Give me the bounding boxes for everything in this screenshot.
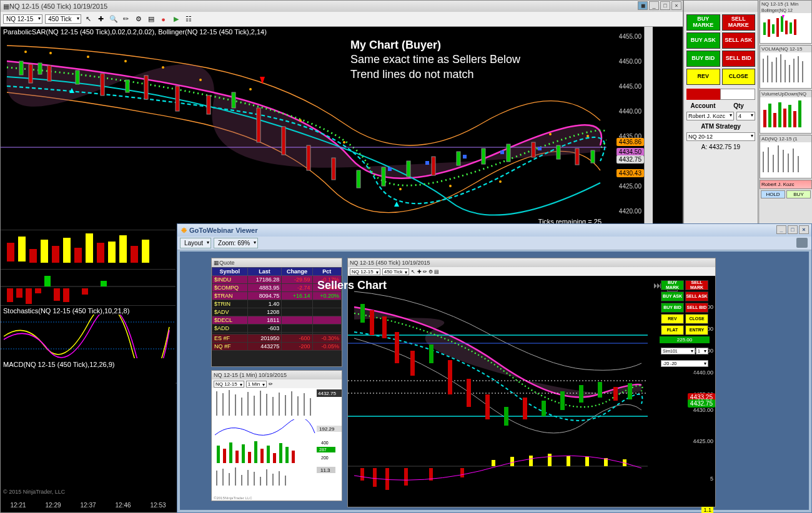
min1-instr[interactable]: NQ 12-15 xyxy=(214,381,244,388)
svg-rect-21 xyxy=(482,149,485,164)
maximize-button[interactable]: □ xyxy=(660,1,670,10)
seller-flat-button[interactable]: FLAT xyxy=(661,325,684,335)
svg-rect-88 xyxy=(781,16,783,32)
gtw-minimize-button[interactable]: _ xyxy=(776,225,786,234)
buy-button[interactable]: BUY xyxy=(786,190,811,198)
svg-rect-45 xyxy=(538,147,542,150)
seller-buy-mark-button[interactable]: BUY MARK xyxy=(661,280,684,290)
one-min-chart[interactable]: NQ 12-15 (1 Min) 10/19/2015 NQ 12-15 1 M… xyxy=(211,370,342,501)
layout-button[interactable]: Layout xyxy=(180,238,211,248)
quote-cell: 1.40 xyxy=(247,300,282,308)
minimize-button[interactable]: _ xyxy=(649,1,659,10)
seller-rev-button[interactable]: REV xyxy=(661,314,684,324)
link-color-button[interactable]: ◼ xyxy=(638,1,648,10)
min1-period[interactable]: 1 Min xyxy=(246,381,267,388)
buy-ask-button[interactable]: BUY ASK xyxy=(686,32,720,49)
seller-qty-input[interactable]: 1 xyxy=(696,348,708,354)
seller-instr[interactable]: NQ 12-15 xyxy=(350,268,380,275)
svg-rect-3 xyxy=(38,63,42,74)
seller-tool-icons[interactable]: ↖ ✚ ✏ ⚙ ▤ xyxy=(411,269,439,275)
svg-rect-185 xyxy=(628,383,632,399)
seller-period[interactable]: 450 Tick xyxy=(382,268,410,275)
period-combo[interactable]: 450 Tick xyxy=(45,14,81,24)
svg-rect-179 xyxy=(523,398,527,419)
annotation-line2: Same exact time as Sellers Below xyxy=(350,52,520,67)
account-combo[interactable]: Robert J. Kozc xyxy=(686,112,734,120)
hold-button[interactable]: HOLD xyxy=(761,190,785,198)
table-row[interactable]: $ADV1208 xyxy=(212,308,342,316)
cursor-icon[interactable]: ↖ xyxy=(84,14,94,24)
seller-buy-bid-button[interactable]: BUY BID xyxy=(661,303,684,313)
seller-close-button[interactable]: CLOSE xyxy=(685,314,708,324)
svg-rect-49 xyxy=(7,243,14,261)
seller-sell-mark-button[interactable]: SELL MARK xyxy=(685,280,708,290)
table-row[interactable]: NQ #F443275-200-0.05% xyxy=(212,343,342,351)
properties-icon[interactable]: ☷ xyxy=(184,14,194,24)
sell-bid-button[interactable]: SELL BID xyxy=(722,51,756,67)
table-row[interactable]: ES #F201950-600-0.30% xyxy=(212,335,342,343)
min1-tag4: 11.3 xyxy=(320,467,330,473)
table-row[interactable]: $TRAN8094.75+16.14+0.20% xyxy=(212,292,342,300)
volume-pane[interactable] xyxy=(1,230,176,267)
price-pane[interactable]: ParabolicSAR(NQ 12-15 (450 Tick),0.02,0.… xyxy=(1,27,644,227)
mini-chart-4[interactable]: AD(NQ 12-15 (1 xyxy=(760,135,812,178)
sell-marke-button[interactable]: SELL MARKE xyxy=(722,14,756,31)
svg-rect-8 xyxy=(144,76,148,99)
quote-header: Last xyxy=(247,268,282,276)
table-row[interactable]: $TRIN1.40 xyxy=(212,300,342,308)
ask-line: A: 4432.75 19 xyxy=(684,142,758,152)
quote-window[interactable]: ▦ Quote SymbolLastChangePct $INDU17186.2… xyxy=(211,258,342,367)
mini1-ind: Bollinger(NQ 12 xyxy=(760,7,811,13)
seller-sell-bid-button[interactable]: SELL BID xyxy=(685,303,708,313)
mini-chart-3[interactable]: VolumeUpDown(NQ xyxy=(760,90,812,134)
account-label: Account xyxy=(686,102,720,109)
table-row[interactable]: $DECL1811 xyxy=(212,316,342,325)
zoom-icon[interactable]: 🔍 xyxy=(109,14,119,24)
crosshair-icon[interactable]: ✚ xyxy=(96,14,106,24)
record-icon[interactable]: ● xyxy=(159,14,169,24)
min1-tool-icon[interactable]: ✏ xyxy=(269,381,273,387)
buy-bid-button[interactable]: BUY BID xyxy=(686,51,720,67)
quote-cell: -603 xyxy=(247,325,282,333)
oscillator-pane[interactable] xyxy=(1,269,176,303)
play-icon[interactable]: ▶ xyxy=(171,14,181,24)
seller-account-combo[interactable]: Sim101 xyxy=(661,348,695,354)
quote-cell xyxy=(312,300,341,308)
databox-icon[interactable]: ▤ xyxy=(146,14,156,24)
qty-input[interactable]: 4 xyxy=(736,112,755,120)
x-tick: 12:53 xyxy=(150,502,166,509)
stoch-macd-pane[interactable]: Stochastics(NQ 12-15 (450 Tick),10,21,8)… xyxy=(1,305,176,399)
seller-entry-button[interactable]: ENTRY xyxy=(685,325,708,335)
svg-rect-172 xyxy=(395,332,399,363)
instrument-combo[interactable]: NQ 12-15 xyxy=(3,14,42,24)
svg-rect-144 xyxy=(260,449,264,463)
vertical-scrollbar[interactable] xyxy=(644,27,653,227)
seller-b-line: B: 4432.502 xyxy=(660,371,710,376)
mini-chart-1[interactable]: NQ 12-15 (1 Min Bollinger(NQ 12 xyxy=(760,0,812,44)
gotowebinar-window: GoToWebinar Viewer _ □ × Layout Zoom: 69… xyxy=(177,223,812,513)
svg-rect-147 xyxy=(279,443,282,463)
seller-sell-ask-button[interactable]: SELL ASK xyxy=(685,291,708,301)
table-row[interactable]: $ADD-603 xyxy=(212,325,342,333)
zoom-button[interactable]: Zoom: 69% xyxy=(214,238,258,248)
rev-button[interactable]: REV xyxy=(686,69,720,85)
seller-buy-ask-button[interactable]: BUY ASK xyxy=(661,291,684,301)
svg-rect-16 xyxy=(357,170,360,188)
seller-atm-combo[interactable]: -20 -20 xyxy=(661,360,708,367)
svg-rect-169 xyxy=(360,304,365,323)
draw-icon[interactable]: ✏ xyxy=(121,14,131,24)
close-button[interactable]: × xyxy=(671,1,681,10)
gtw-close-button[interactable]: × xyxy=(799,225,809,234)
tools-icon[interactable]: ⚙ xyxy=(134,14,144,24)
camera-icon[interactable] xyxy=(796,238,808,248)
sell-ask-button[interactable]: SELL ASK xyxy=(722,32,756,49)
close-button[interactable]: CLOSE xyxy=(722,69,756,85)
seller-acct-label: Account xyxy=(660,343,695,348)
atm-strategy-combo[interactable]: NQ 20-12 xyxy=(686,132,755,141)
mini-chart-2[interactable]: VOLMA(NQ 12-15 xyxy=(760,45,812,89)
quote-cell: $INDU xyxy=(212,276,248,284)
svg-rect-43 xyxy=(463,155,467,159)
gtw-maximize-button[interactable]: □ xyxy=(788,225,798,234)
buy-marke-button[interactable]: BUY MARKE xyxy=(686,14,720,31)
gtw-body: ▦ Quote SymbolLastChangePct $INDU17186.2… xyxy=(180,252,809,510)
